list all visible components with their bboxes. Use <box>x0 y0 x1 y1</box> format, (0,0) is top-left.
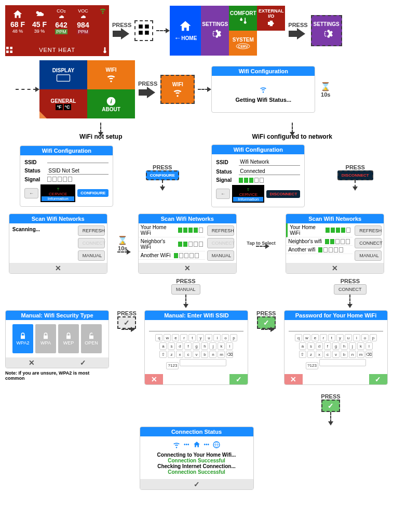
home-tile[interactable]: ←HOME <box>170 6 201 56</box>
network-item[interactable]: Your Home WiFi <box>139 223 205 237</box>
configure-button[interactable]: CONFIGURE <box>146 170 179 180</box>
ssid-input[interactable] <box>149 324 243 331</box>
key-q[interactable]: q <box>295 334 302 341</box>
key-j[interactable]: j <box>349 342 356 350</box>
cancel-button[interactable]: ✕ <box>284 374 303 384</box>
settings-tile[interactable]: SETTINGS <box>201 6 229 56</box>
security-option-wpa[interactable]: WPA <box>35 324 56 353</box>
grid-button-box[interactable] <box>134 20 153 41</box>
disconnect-button[interactable]: DISCONNECT <box>337 170 373 180</box>
key-s[interactable]: s <box>168 342 175 350</box>
space-key[interactable] <box>319 359 366 366</box>
space-key[interactable] <box>180 359 226 366</box>
key-w[interactable]: w <box>164 334 171 341</box>
num-key[interactable]: ?123 <box>306 362 318 369</box>
key-w[interactable]: w <box>303 334 310 341</box>
key-d[interactable]: d <box>316 342 323 350</box>
key-h[interactable]: h <box>201 342 208 350</box>
key-f[interactable]: f <box>324 342 331 350</box>
key-r[interactable]: r <box>320 334 327 341</box>
confirm-button[interactable]: ✓ <box>140 479 253 489</box>
cervice-badge[interactable]: CERVICE Information <box>40 184 75 202</box>
confirm-button[interactable]: ✓ <box>229 374 248 384</box>
shift-key[interactable]: ⇧ <box>299 351 306 358</box>
key-e[interactable]: e <box>172 334 179 341</box>
key-v[interactable]: v <box>193 351 200 358</box>
key-r[interactable]: r <box>180 334 187 341</box>
manual-button[interactable]: MANUAL <box>171 284 200 295</box>
key-k[interactable]: k <box>357 342 364 350</box>
refresh-button[interactable]: REFRESH <box>78 225 105 236</box>
network-item[interactable]: Another wifi <box>286 246 353 254</box>
connect-button[interactable]: CONNECT <box>334 284 367 295</box>
grid-icon[interactable] <box>5 46 13 54</box>
network-item[interactable]: Neighbor's WiFi <box>139 237 205 251</box>
key-c[interactable]: c <box>184 351 192 358</box>
close-button[interactable]: ✕ <box>139 263 236 273</box>
back-corner-icon[interactable] <box>39 111 47 118</box>
confirm-button[interactable]: ✓ <box>57 357 109 368</box>
key-e[interactable]: e <box>311 334 319 341</box>
key-i[interactable]: i <box>353 334 360 341</box>
key-o[interactable]: o <box>361 334 369 341</box>
wifi-tile[interactable]: WIFI <box>87 60 135 89</box>
key-l[interactable]: l <box>226 342 233 350</box>
key-t[interactable]: t <box>328 334 335 341</box>
manual-button[interactable]: MANUAL <box>78 250 105 261</box>
refresh-button[interactable]: REFRESH <box>355 225 382 236</box>
general-tile[interactable]: GENERAL °F°C <box>39 89 87 118</box>
key-y[interactable]: y <box>336 334 344 341</box>
key-z[interactable]: z <box>307 351 315 358</box>
key-i[interactable]: i <box>213 334 221 341</box>
thermometer-icon[interactable] <box>101 46 109 54</box>
cancel-button[interactable]: ✕ <box>6 357 57 368</box>
refresh-button[interactable]: REFRESH <box>207 225 234 236</box>
key-g[interactable]: g <box>193 342 200 350</box>
display-tile[interactable]: DISPLAY <box>39 60 87 89</box>
key-z[interactable]: z <box>168 351 175 358</box>
configure-button[interactable]: CONFIGURE <box>77 189 109 197</box>
key-y[interactable]: y <box>197 334 204 341</box>
key-p[interactable]: p <box>230 334 237 341</box>
key-x[interactable]: x <box>176 351 183 358</box>
key-m[interactable]: m <box>218 351 225 358</box>
confirm-button[interactable]: ✓ <box>321 400 340 412</box>
connect-button[interactable]: CONNECT <box>355 238 382 248</box>
backspace-key[interactable]: ⌫ <box>226 351 233 358</box>
key-b[interactable]: b <box>341 351 348 358</box>
key-n[interactable]: n <box>349 351 356 358</box>
key-g[interactable]: g <box>332 342 340 350</box>
key-n[interactable]: n <box>209 351 216 358</box>
cervice-badge[interactable]: CERVICE Information <box>232 185 264 203</box>
key-p[interactable]: p <box>370 334 377 341</box>
key-x[interactable]: x <box>316 351 323 358</box>
key-h[interactable]: h <box>341 342 348 350</box>
shift-key[interactable]: ⇧ <box>159 351 167 358</box>
cancel-button[interactable]: ✕ <box>145 374 163 384</box>
security-option-wep[interactable]: WEP <box>58 324 79 353</box>
comfort-tile[interactable]: COMFORT <box>229 6 257 31</box>
wifi-button[interactable]: WIFI <box>160 75 195 104</box>
key-s[interactable]: s <box>307 342 315 350</box>
network-item[interactable]: Another WiFi <box>139 251 205 260</box>
back-button[interactable]: ← <box>216 189 230 199</box>
manual-button[interactable]: MANUAL <box>355 250 382 261</box>
key-k[interactable]: k <box>218 342 225 350</box>
backspace-key[interactable]: ⌫ <box>365 351 373 358</box>
key-u[interactable]: u <box>205 334 212 341</box>
key-a[interactable]: a <box>159 342 167 350</box>
key-f[interactable]: f <box>184 342 192 350</box>
key-v[interactable]: v <box>332 351 340 358</box>
key-j[interactable]: j <box>209 342 216 350</box>
key-m[interactable]: m <box>357 351 364 358</box>
manual-button[interactable]: MANUAL <box>207 250 234 261</box>
password-input[interactable] <box>289 324 383 331</box>
key-c[interactable]: c <box>324 351 331 358</box>
security-option-open[interactable]: OPEN <box>81 324 102 353</box>
security-option-wpa2[interactable]: WPA2 <box>12 324 33 353</box>
system-tile[interactable]: SYSTEM CERV <box>229 31 257 56</box>
key-l[interactable]: l <box>365 342 373 350</box>
key-d[interactable]: d <box>176 342 183 350</box>
key-u[interactable]: u <box>345 334 352 341</box>
key-q[interactable]: q <box>155 334 162 341</box>
